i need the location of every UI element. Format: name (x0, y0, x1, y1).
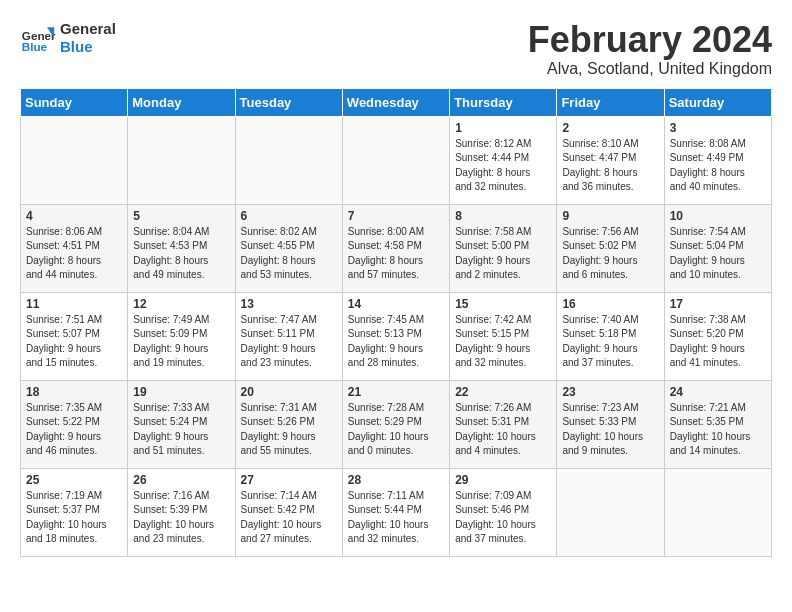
day-info: Sunrise: 7:51 AM Sunset: 5:07 PM Dayligh… (26, 313, 122, 371)
calendar-cell: 19Sunrise: 7:33 AM Sunset: 5:24 PM Dayli… (128, 380, 235, 468)
day-number: 7 (348, 209, 444, 223)
calendar-cell: 15Sunrise: 7:42 AM Sunset: 5:15 PM Dayli… (450, 292, 557, 380)
day-info: Sunrise: 8:12 AM Sunset: 4:44 PM Dayligh… (455, 137, 551, 195)
day-info: Sunrise: 8:08 AM Sunset: 4:49 PM Dayligh… (670, 137, 766, 195)
day-info: Sunrise: 7:45 AM Sunset: 5:13 PM Dayligh… (348, 313, 444, 371)
day-number: 14 (348, 297, 444, 311)
day-info: Sunrise: 8:10 AM Sunset: 4:47 PM Dayligh… (562, 137, 658, 195)
calendar-cell: 7Sunrise: 8:00 AM Sunset: 4:58 PM Daylig… (342, 204, 449, 292)
day-number: 19 (133, 385, 229, 399)
day-number: 2 (562, 121, 658, 135)
logo: General Blue General Blue (20, 20, 116, 56)
day-info: Sunrise: 7:38 AM Sunset: 5:20 PM Dayligh… (670, 313, 766, 371)
weekday-tuesday: Tuesday (235, 88, 342, 116)
day-number: 17 (670, 297, 766, 311)
week-row-3: 11Sunrise: 7:51 AM Sunset: 5:07 PM Dayli… (21, 292, 772, 380)
day-info: Sunrise: 7:11 AM Sunset: 5:44 PM Dayligh… (348, 489, 444, 547)
day-number: 12 (133, 297, 229, 311)
day-info: Sunrise: 7:35 AM Sunset: 5:22 PM Dayligh… (26, 401, 122, 459)
calendar-cell: 18Sunrise: 7:35 AM Sunset: 5:22 PM Dayli… (21, 380, 128, 468)
day-number: 6 (241, 209, 337, 223)
calendar-cell: 27Sunrise: 7:14 AM Sunset: 5:42 PM Dayli… (235, 468, 342, 556)
day-info: Sunrise: 8:04 AM Sunset: 4:53 PM Dayligh… (133, 225, 229, 283)
week-row-1: 1Sunrise: 8:12 AM Sunset: 4:44 PM Daylig… (21, 116, 772, 204)
day-number: 27 (241, 473, 337, 487)
weekday-wednesday: Wednesday (342, 88, 449, 116)
calendar-cell: 14Sunrise: 7:45 AM Sunset: 5:13 PM Dayli… (342, 292, 449, 380)
calendar-cell: 5Sunrise: 8:04 AM Sunset: 4:53 PM Daylig… (128, 204, 235, 292)
day-number: 22 (455, 385, 551, 399)
page-header: General Blue General Blue February 2024 … (20, 20, 772, 78)
calendar-cell: 21Sunrise: 7:28 AM Sunset: 5:29 PM Dayli… (342, 380, 449, 468)
calendar-cell: 12Sunrise: 7:49 AM Sunset: 5:09 PM Dayli… (128, 292, 235, 380)
weekday-monday: Monday (128, 88, 235, 116)
day-number: 13 (241, 297, 337, 311)
calendar-cell: 4Sunrise: 8:06 AM Sunset: 4:51 PM Daylig… (21, 204, 128, 292)
calendar-cell (128, 116, 235, 204)
day-info: Sunrise: 7:23 AM Sunset: 5:33 PM Dayligh… (562, 401, 658, 459)
week-row-4: 18Sunrise: 7:35 AM Sunset: 5:22 PM Dayli… (21, 380, 772, 468)
calendar-cell: 22Sunrise: 7:26 AM Sunset: 5:31 PM Dayli… (450, 380, 557, 468)
day-info: Sunrise: 7:21 AM Sunset: 5:35 PM Dayligh… (670, 401, 766, 459)
calendar-cell: 29Sunrise: 7:09 AM Sunset: 5:46 PM Dayli… (450, 468, 557, 556)
calendar-cell: 24Sunrise: 7:21 AM Sunset: 5:35 PM Dayli… (664, 380, 771, 468)
calendar-cell: 13Sunrise: 7:47 AM Sunset: 5:11 PM Dayli… (235, 292, 342, 380)
calendar-cell: 3Sunrise: 8:08 AM Sunset: 4:49 PM Daylig… (664, 116, 771, 204)
calendar-cell: 8Sunrise: 7:58 AM Sunset: 5:00 PM Daylig… (450, 204, 557, 292)
day-number: 11 (26, 297, 122, 311)
day-info: Sunrise: 7:54 AM Sunset: 5:04 PM Dayligh… (670, 225, 766, 283)
day-number: 20 (241, 385, 337, 399)
calendar-cell (21, 116, 128, 204)
svg-text:Blue: Blue (22, 40, 48, 53)
calendar-cell (664, 468, 771, 556)
day-info: Sunrise: 7:33 AM Sunset: 5:24 PM Dayligh… (133, 401, 229, 459)
calendar-cell: 2Sunrise: 8:10 AM Sunset: 4:47 PM Daylig… (557, 116, 664, 204)
day-number: 1 (455, 121, 551, 135)
calendar-body: 1Sunrise: 8:12 AM Sunset: 4:44 PM Daylig… (21, 116, 772, 556)
week-row-2: 4Sunrise: 8:06 AM Sunset: 4:51 PM Daylig… (21, 204, 772, 292)
day-number: 3 (670, 121, 766, 135)
logo-blue: Blue (60, 38, 116, 56)
calendar-subtitle: Alva, Scotland, United Kingdom (528, 60, 772, 78)
day-info: Sunrise: 7:19 AM Sunset: 5:37 PM Dayligh… (26, 489, 122, 547)
calendar-cell: 16Sunrise: 7:40 AM Sunset: 5:18 PM Dayli… (557, 292, 664, 380)
weekday-sunday: Sunday (21, 88, 128, 116)
day-number: 23 (562, 385, 658, 399)
weekday-saturday: Saturday (664, 88, 771, 116)
day-number: 9 (562, 209, 658, 223)
calendar-cell (235, 116, 342, 204)
day-info: Sunrise: 7:58 AM Sunset: 5:00 PM Dayligh… (455, 225, 551, 283)
day-info: Sunrise: 7:14 AM Sunset: 5:42 PM Dayligh… (241, 489, 337, 547)
day-info: Sunrise: 7:49 AM Sunset: 5:09 PM Dayligh… (133, 313, 229, 371)
day-info: Sunrise: 8:06 AM Sunset: 4:51 PM Dayligh… (26, 225, 122, 283)
day-info: Sunrise: 7:56 AM Sunset: 5:02 PM Dayligh… (562, 225, 658, 283)
calendar-cell: 6Sunrise: 8:02 AM Sunset: 4:55 PM Daylig… (235, 204, 342, 292)
day-info: Sunrise: 7:26 AM Sunset: 5:31 PM Dayligh… (455, 401, 551, 459)
weekday-friday: Friday (557, 88, 664, 116)
day-info: Sunrise: 7:42 AM Sunset: 5:15 PM Dayligh… (455, 313, 551, 371)
day-info: Sunrise: 7:40 AM Sunset: 5:18 PM Dayligh… (562, 313, 658, 371)
day-number: 28 (348, 473, 444, 487)
day-number: 24 (670, 385, 766, 399)
day-info: Sunrise: 8:02 AM Sunset: 4:55 PM Dayligh… (241, 225, 337, 283)
calendar-cell: 26Sunrise: 7:16 AM Sunset: 5:39 PM Dayli… (128, 468, 235, 556)
calendar-cell (342, 116, 449, 204)
calendar-cell (557, 468, 664, 556)
day-info: Sunrise: 8:00 AM Sunset: 4:58 PM Dayligh… (348, 225, 444, 283)
day-info: Sunrise: 7:16 AM Sunset: 5:39 PM Dayligh… (133, 489, 229, 547)
calendar-cell: 11Sunrise: 7:51 AM Sunset: 5:07 PM Dayli… (21, 292, 128, 380)
calendar-cell: 10Sunrise: 7:54 AM Sunset: 5:04 PM Dayli… (664, 204, 771, 292)
day-number: 25 (26, 473, 122, 487)
day-number: 26 (133, 473, 229, 487)
day-number: 29 (455, 473, 551, 487)
calendar-cell: 25Sunrise: 7:19 AM Sunset: 5:37 PM Dayli… (21, 468, 128, 556)
week-row-5: 25Sunrise: 7:19 AM Sunset: 5:37 PM Dayli… (21, 468, 772, 556)
calendar-cell: 20Sunrise: 7:31 AM Sunset: 5:26 PM Dayli… (235, 380, 342, 468)
calendar-cell: 23Sunrise: 7:23 AM Sunset: 5:33 PM Dayli… (557, 380, 664, 468)
day-info: Sunrise: 7:28 AM Sunset: 5:29 PM Dayligh… (348, 401, 444, 459)
logo-icon: General Blue (20, 20, 56, 56)
calendar-cell: 28Sunrise: 7:11 AM Sunset: 5:44 PM Dayli… (342, 468, 449, 556)
day-number: 4 (26, 209, 122, 223)
calendar-table: SundayMondayTuesdayWednesdayThursdayFrid… (20, 88, 772, 557)
calendar-cell: 1Sunrise: 8:12 AM Sunset: 4:44 PM Daylig… (450, 116, 557, 204)
